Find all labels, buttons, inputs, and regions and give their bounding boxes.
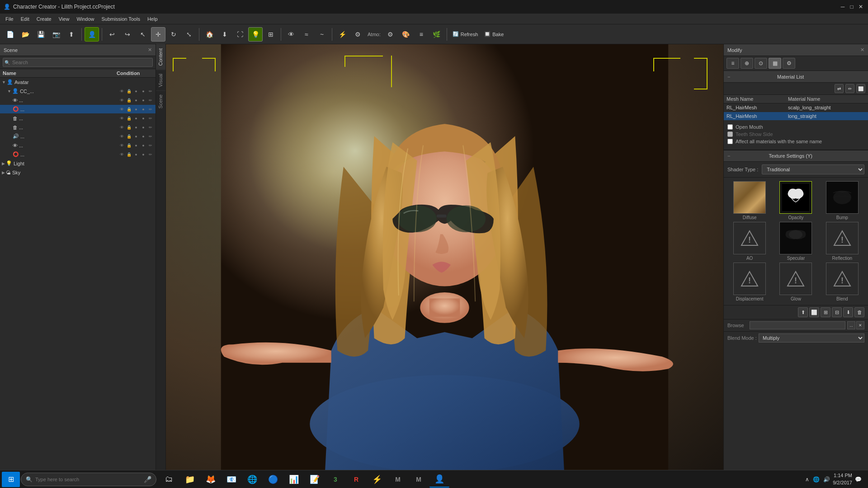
maximize-button[interactable]: □	[848, 3, 855, 10]
s5-e[interactable]: ✏	[147, 134, 154, 139]
cloth-button[interactable]: ⚙	[350, 27, 365, 42]
material-list-collapse[interactable]: −	[727, 74, 730, 80]
mat-swap-button[interactable]: ⇄	[835, 84, 844, 93]
s1-d2[interactable]: ●	[140, 98, 146, 103]
tree-item-sub3[interactable]: 🗑 ... 👁 🔒 ● ● ✏	[0, 114, 156, 123]
visual-tab[interactable]: Visual	[156, 70, 165, 91]
menu-edit[interactable]: Edit	[17, 15, 33, 23]
open-mouth-checkbox[interactable]	[727, 124, 733, 130]
tab-deform[interactable]: ⊙	[755, 58, 767, 69]
taskbar-app-ccproject[interactable]: 👤	[429, 471, 449, 488]
tab-adjust[interactable]: ≡	[726, 58, 739, 69]
taskbar-app-explorer[interactable]: 🗂	[159, 471, 179, 488]
s5-d1[interactable]: ●	[133, 134, 139, 139]
s1-d1[interactable]: ●	[133, 98, 139, 103]
taskbar-app-ie[interactable]: 🌐	[242, 471, 262, 488]
scale-button[interactable]: ⤡	[182, 27, 196, 42]
home-button[interactable]: 🏠	[202, 27, 217, 42]
fullscreen-button[interactable]: ⛶	[233, 27, 247, 42]
s4-l[interactable]: 🔒	[126, 125, 132, 130]
menu-create[interactable]: Create	[33, 15, 55, 23]
taskbar-app-excel[interactable]: 📊	[284, 471, 304, 488]
taskbar-datetime[interactable]: 1:14 PM 9/2/2017	[833, 472, 852, 486]
tex-import-button[interactable]: ⬆	[798, 307, 808, 317]
texture-blend-thumb[interactable]: !	[826, 263, 859, 295]
taskbar-mic-icon[interactable]: 🎤	[144, 476, 151, 483]
taskbar-chevron-icon[interactable]: ∧	[804, 475, 810, 483]
tex-grid2-button[interactable]: ⊟	[832, 307, 842, 317]
s6-e[interactable]: ✏	[147, 143, 154, 148]
texture-opacity-thumb[interactable]	[779, 181, 812, 214]
close-button[interactable]: ✕	[857, 3, 864, 10]
open-file-button[interactable]: 📂	[18, 27, 33, 42]
s4-e[interactable]: ✏	[147, 125, 154, 130]
taskbar-app-chrome[interactable]: 🔵	[263, 471, 283, 488]
s4-d2[interactable]: ●	[140, 125, 146, 130]
s1-v[interactable]: 👁	[118, 98, 125, 103]
menu-window[interactable]: Window	[73, 15, 98, 23]
s2-l[interactable]: 🔒	[126, 107, 132, 112]
eye-button[interactable]: 👁	[284, 27, 298, 42]
export-button[interactable]: ⬆	[64, 27, 79, 42]
viewport[interactable]	[166, 44, 723, 470]
search-input[interactable]	[3, 58, 153, 67]
palette-button[interactable]: ≡	[414, 27, 429, 42]
atmo-settings-button[interactable]: ⚙	[383, 27, 398, 42]
character-button[interactable]: 👤	[85, 27, 99, 42]
s5-d2[interactable]: ●	[140, 134, 146, 139]
edit-icon[interactable]: ✏	[147, 89, 154, 94]
s5-v[interactable]: 👁	[118, 134, 125, 139]
tree-item-light[interactable]: ▶ 💡 Light	[0, 159, 156, 168]
s3-v[interactable]: 👁	[118, 116, 125, 121]
tex-grid-button[interactable]: ⊞	[821, 307, 830, 317]
scene-close-icon[interactable]: ✕	[148, 47, 152, 53]
mat-view-button[interactable]: ⬜	[856, 84, 865, 93]
taskbar-network-icon[interactable]: 🌐	[812, 475, 821, 483]
blend-mode-select[interactable]: Multiply	[759, 333, 864, 343]
menu-file[interactable]: File	[2, 15, 17, 23]
taskbar-app-outlook[interactable]: 📧	[222, 471, 241, 488]
shader-type-select[interactable]: Traditional PBR Subsurface	[762, 164, 864, 174]
s7-e[interactable]: ✏	[147, 152, 154, 157]
taskbar-app-3ds[interactable]: 3	[326, 471, 345, 488]
s7-v[interactable]: 👁	[118, 152, 125, 157]
browse-open-button[interactable]: ...	[847, 321, 855, 329]
taskbar-app-flash[interactable]: ⚡	[367, 471, 387, 488]
save-button[interactable]: 💾	[33, 27, 48, 42]
texture-bump-thumb[interactable]	[826, 181, 859, 214]
s7-l[interactable]: 🔒	[126, 152, 132, 157]
bake-button[interactable]: 🔲 Bake	[481, 27, 506, 42]
s7-d2[interactable]: ●	[140, 152, 146, 157]
dot2-icon[interactable]: ●	[140, 89, 146, 94]
tree-item-sub1[interactable]: 👁 ... 👁 🔒 ● ● ✏	[0, 96, 156, 105]
s6-d2[interactable]: ●	[140, 143, 146, 148]
taskbar-app-firefox[interactable]: 🦊	[201, 471, 221, 488]
new-file-button[interactable]: 📄	[3, 27, 17, 42]
texture-ao-thumb[interactable]: !	[733, 222, 766, 254]
select-button[interactable]: ↖	[136, 27, 150, 42]
s6-l[interactable]: 🔒	[126, 143, 132, 148]
tree-item-sky[interactable]: ▶ 🌤 Sky	[0, 168, 156, 177]
refresh-button[interactable]: 🔄 Refresh	[450, 27, 481, 42]
s3-d2[interactable]: ●	[140, 116, 146, 121]
teeth-show-checkbox[interactable]	[727, 131, 733, 137]
lock-icon[interactable]: 🔒	[126, 89, 132, 94]
undo-button[interactable]: ↩	[105, 27, 119, 42]
start-button[interactable]: ⊞	[2, 472, 20, 487]
material-row-2[interactable]: RL_HairMesh long_straight	[724, 112, 868, 121]
browse-input[interactable]	[750, 321, 845, 329]
tab-texture[interactable]: ▦	[769, 58, 781, 69]
color-button[interactable]: 🎨	[399, 27, 413, 42]
tree-item-sub5[interactable]: 🔊 ... 👁 🔒 ● ● ✏	[0, 132, 156, 141]
texture-settings-collapse[interactable]: −	[727, 153, 730, 159]
menu-submission-tools[interactable]: Submission Tools	[98, 15, 144, 23]
s5-l[interactable]: 🔒	[126, 134, 132, 139]
texture-diffuse-thumb[interactable]	[733, 181, 766, 214]
minimize-button[interactable]: ─	[839, 3, 846, 10]
content-tab[interactable]: Content	[156, 44, 165, 70]
material-row-1[interactable]: RL_HairMesh scalp_long_straight	[724, 103, 868, 112]
s2-d1[interactable]: ●	[133, 107, 139, 112]
s3-e[interactable]: ✏	[147, 116, 154, 121]
tex-delete-button[interactable]: 🗑	[854, 307, 864, 317]
s2-d2[interactable]: ●	[140, 107, 146, 112]
